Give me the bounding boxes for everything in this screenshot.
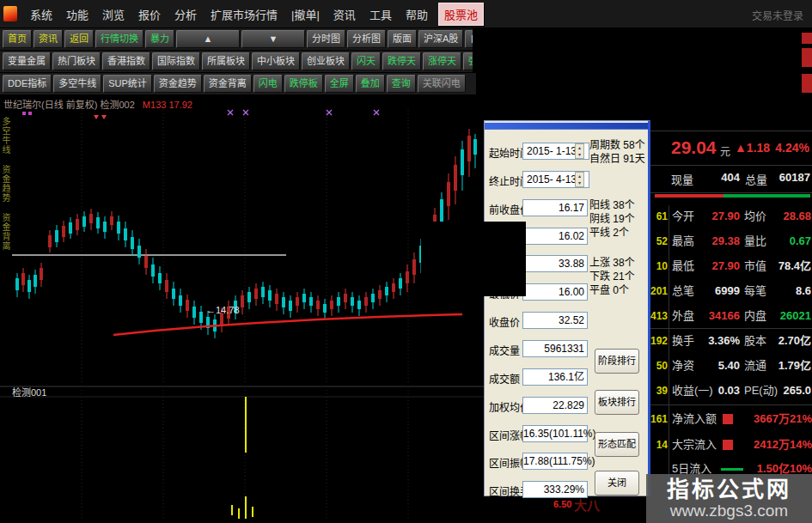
field-label: 成交额 [489, 371, 520, 386]
queue-number: 52 [649, 230, 668, 252]
toolbar-button[interactable]: 自选股 [465, 30, 473, 48]
menu-item[interactable]: 工具 [363, 3, 399, 26]
toolbar-button[interactable]: 行情切换 [95, 30, 143, 48]
toolbar-button[interactable]: 变量金属 [3, 52, 51, 70]
menu-item[interactable]: 分析 [168, 3, 204, 26]
queue-number: 61 [649, 205, 668, 228]
toolbar-button[interactable]: 创业板块 [302, 52, 350, 70]
toolbar-button[interactable]: 强停天 [463, 52, 473, 70]
indicator-pane-label: 检测001 [12, 385, 46, 398]
chart-title: 世纪瑞尔(日线 前复权) 检测002 M133 17.92 [3, 97, 192, 111]
toolbar-button[interactable]: 香港指数 [102, 52, 150, 70]
pane-value-label: 6.50 [553, 499, 571, 509]
toolbar-button[interactable]: 分时图 [307, 30, 345, 48]
value-field[interactable]: 16.02 [522, 228, 588, 245]
value-field[interactable]: 17.88(111.75%) [522, 453, 588, 470]
toolbar-button[interactable]: 国际指数 [152, 52, 200, 70]
menu-item[interactable]: 资讯 [327, 3, 363, 26]
side-tab[interactable]: 资金背离 [0, 213, 12, 251]
low-price-marker: ←14.78 [206, 305, 240, 315]
toolbar-button[interactable]: 跌停板 [284, 75, 323, 93]
toolbar-button[interactable]: 闪电 [253, 75, 283, 93]
toolbar-button[interactable]: 资金背离 [204, 75, 252, 93]
side-tab[interactable]: 多空牛线 [0, 117, 12, 155]
value-field[interactable]: 136.1亿 [522, 368, 588, 386]
menu-item[interactable]: 功能 [59, 3, 95, 26]
toolbar-button[interactable]: 叠加 [356, 75, 385, 93]
value-field[interactable]: 16.35(101.11%) [522, 425, 588, 442]
menu-item-stock-pool[interactable]: 股票池 [438, 3, 484, 26]
toolbar-button[interactable]: 跌停天 [382, 52, 421, 70]
watermark-title: 指标公式网 [667, 477, 791, 502]
side-tab-strip: 多空牛线资金趋势资金背离 [0, 112, 11, 395]
close-button[interactable]: 关闭 [595, 471, 639, 496]
app-window: 系统功能浏览报价分析扩展市场行情|撤单|资讯工具帮助 股票池 交易未登录 首页资… [0, 0, 812, 523]
menu-item[interactable]: 报价 [131, 3, 168, 26]
toolbar-button[interactable]: 闪天 [351, 52, 381, 70]
menu-item[interactable]: 浏览 [95, 3, 131, 26]
menu-item[interactable]: 扩展市场行情 [204, 3, 284, 26]
quote-row: 413外盘34166内盘26021 [649, 305, 812, 327]
menu-item[interactable]: 帮助 [399, 3, 435, 26]
value-field[interactable]: 5961331 [522, 340, 588, 357]
toolbar-button[interactable]: 沪深A股 [418, 30, 463, 48]
stats-line: 平线 2个 [589, 226, 650, 240]
flow-value: 3667万 [735, 408, 790, 430]
dialog-button[interactable]: 阶段排行 [595, 349, 639, 374]
dialog-stats-block: 上涨 38个下跌 21个平盘 0个 [589, 256, 650, 297]
toolbar-button[interactable]: 分析图 [347, 30, 386, 48]
toolbar-button[interactable]: 资讯 [34, 30, 63, 48]
dialog-stats-block: 周期数 58个自然日 91天 [589, 138, 650, 166]
value-field[interactable]: 333.29% [522, 481, 588, 498]
toolbar-button[interactable]: 中小板块 [252, 52, 300, 70]
toolbar-button[interactable]: 关联闪电 [418, 75, 466, 93]
last-price: 29.04 [671, 137, 717, 159]
value-field[interactable]: 16.17 [522, 199, 588, 216]
side-tab[interactable]: 资金趋势 [0, 165, 12, 203]
watermark-url: www.zbgs3.com [670, 502, 788, 520]
toolbar-button[interactable]: 查询 [387, 75, 416, 93]
quote-row: 192换手3.36%股本2.70亿 [649, 330, 812, 352]
volume-row: 现量 404 总量 60187 [649, 171, 812, 188]
dialog-field-row: 收盘价32.52 [485, 312, 651, 329]
value-field[interactable]: 22.829 [522, 397, 588, 414]
menu-item[interactable]: |撤单| [284, 3, 327, 26]
queue-number: 50 [649, 355, 668, 377]
toolbar-button[interactable]: DDE指标 [3, 75, 52, 93]
queue-number: 14 [649, 434, 668, 456]
toolbar-button[interactable]: 全屏 [325, 75, 354, 93]
value-field[interactable]: 16.00 [522, 283, 588, 301]
toolbar-button[interactable]: ▼ [241, 30, 305, 48]
toolbar-button[interactable]: 首页 [3, 30, 32, 48]
stats-line: 上涨 38个 [589, 256, 650, 270]
app-logo-icon [3, 6, 17, 21]
quote-value: 8.6 [759, 280, 811, 302]
queue-number: 39 [649, 380, 668, 402]
menu-bar-items: 系统功能浏览报价分析扩展市场行情|撤单|资讯工具帮助 [23, 3, 435, 26]
quote-row: 61今开27.90均价28.68 [649, 205, 812, 228]
value-field[interactable]: 32.52 [522, 312, 588, 329]
toolbar-button[interactable]: 所属板块 [202, 52, 250, 70]
toolbar-button[interactable]: SUP统计 [103, 75, 152, 93]
toolbar-button[interactable]: 资金趋势 [154, 75, 202, 93]
toolbar-button[interactable]: 版面 [388, 30, 417, 48]
spinner-control[interactable]: ▴▾ [575, 172, 584, 187]
menu-item[interactable]: 系统 [23, 3, 59, 26]
watermark: 指标公式网 www.zbgs3.com [646, 474, 812, 523]
sell-strength-bar [723, 194, 810, 198]
buy-strength-bar [655, 194, 723, 198]
dialog-button[interactable]: 板块排行 [595, 390, 639, 415]
toolbar-button[interactable]: 热门板块 [52, 52, 101, 70]
toolbar-button[interactable]: 涨停天 [423, 52, 461, 70]
value-field[interactable]: 33.88 [522, 255, 588, 272]
toolbar-button[interactable]: 多空牛线 [53, 75, 101, 93]
spinner-control[interactable]: ▴▾ [575, 143, 584, 159]
quote-value: 78.4亿 [759, 255, 811, 277]
quote-value: 0.67 [759, 230, 811, 252]
flow-indicator-block [723, 414, 733, 424]
dialog-button[interactable]: 形态匹配 [595, 432, 639, 457]
toolbar-button[interactable]: 暴力 [145, 30, 174, 48]
toolbar-button[interactable]: 返回 [64, 30, 94, 48]
title-bar: 系统功能浏览报价分析扩展市场行情|撤单|资讯工具帮助 股票池 交易未登录 [0, 0, 812, 27]
toolbar-button[interactable]: ▲ [176, 30, 240, 48]
